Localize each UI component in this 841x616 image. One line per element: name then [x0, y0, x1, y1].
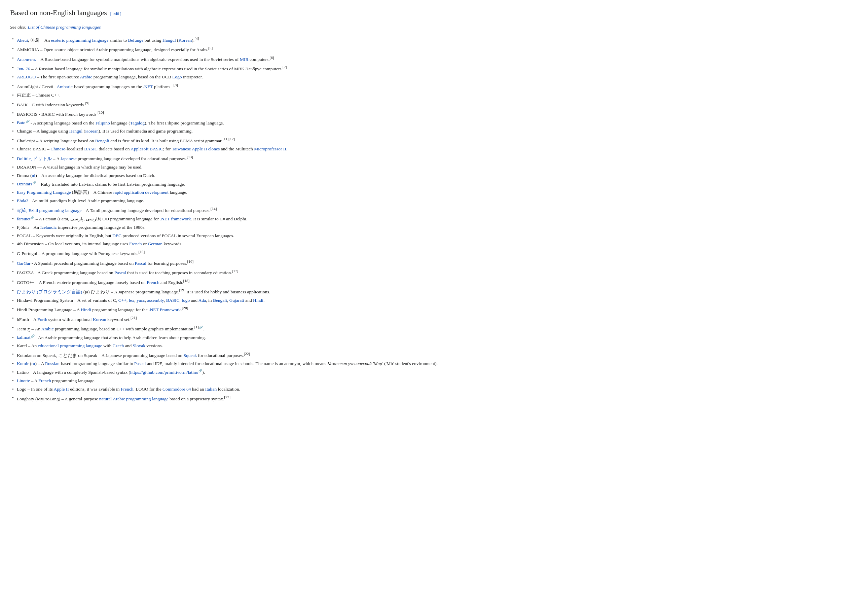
list-item: GOTO++ – A French esoteric programming l… [10, 277, 831, 287]
list-item: BAIK - C with Indonesian keywords [9] [10, 100, 831, 109]
list-item: 4th Dimension – On local versions, its i… [10, 240, 831, 248]
section-heading: Based on non-English languages [ edit ] [10, 7, 831, 20]
list-item: Hindawi Programming System – A set of va… [10, 296, 831, 305]
list-item: Changjo – A language using Hangul (Korea… [10, 127, 831, 136]
see-also-link[interactable]: List of Chinese programming languages [28, 25, 101, 29]
list-item: G-Portugol – A programming language with… [10, 248, 831, 258]
list-item: ひまわり (プログラミング言語) (ja) ひまわり – A Japanese … [10, 287, 831, 296]
list-item: Loughaty (MyProLang) – A general-purpose… [10, 394, 831, 403]
list-item: Аналитик – A Russian-based language for … [10, 54, 831, 64]
list-item: Dolittle, ドリトル – A Japanese programming … [10, 153, 831, 163]
list-item: Aheui; 아희 – An esoteric programming lang… [10, 35, 831, 44]
list-item: Hindi Programming Language – A Hindi pro… [10, 305, 831, 314]
list-item: Fjölnir – An Icelandic imperative progra… [10, 223, 831, 232]
list-item: FOCAL – Keywords were originally in Engl… [10, 232, 831, 240]
list-item: Karel – An educational programming langu… [10, 342, 831, 350]
list-item: BASICOIS - BASIC with French keywords [1… [10, 109, 831, 119]
list-item: kalimat - An Arabic programming language… [10, 333, 831, 342]
list-item: DRAKON — A visual language in which any … [10, 163, 831, 172]
list-item: Dzintars – Ruby translated into Latvian;… [10, 180, 831, 188]
list-item: ChaScript – A scripting language based o… [10, 136, 831, 145]
list-item: Jeem ج – An Arabic programming language,… [10, 324, 831, 333]
see-also: See also: List of Chinese programming la… [10, 23, 831, 31]
list-item: GarGar - A Spanish procedural programmin… [10, 258, 831, 267]
list-item: Kumir (ru) – A Russian-based programming… [10, 359, 831, 368]
list-item: hForth – A Forth system with an optional… [10, 314, 831, 324]
list-item: Ebda3 - An multi-paradigm high-level Ara… [10, 197, 831, 205]
list-item: ΓΛΩΣΣΑ - A Greek programming language ba… [10, 267, 831, 277]
list-item: Drama (nl) – An assembly language for di… [10, 172, 831, 180]
edit-link[interactable]: [ edit ] [110, 11, 122, 17]
list-item: Эль-76 – A Russian-based language for sy… [10, 64, 831, 73]
heading-text: Based on non-English languages [10, 7, 107, 19]
list-item: Linotte – A French programming language. [10, 377, 831, 385]
list-item: Logo – In one of its Apple II editions, … [10, 385, 831, 394]
list-item: Kotodama on Squeak, ことだま on Squeak – A J… [10, 350, 831, 359]
list-item: farsinet – A Persian (Farsi, فارسی ,پارس… [10, 215, 831, 223]
list-item: Latino – A language with a completely Sp… [10, 368, 831, 377]
list-item: Bato - A scripting language based on the… [10, 119, 831, 127]
list-item: 丙正正 – Chinese C++. [10, 91, 831, 100]
list-item: Easy Programming Language (易語言) – A Chin… [10, 188, 831, 197]
list-item: Chinese BASIC – Chinese-localized BASIC … [10, 145, 831, 153]
list-item: ARLOGO – The first open-source Arabic pr… [10, 73, 831, 81]
language-list: Aheui; 아희 – An esoteric programming lang… [10, 35, 831, 403]
list-item: AxumLight / Geez# - Amharic-based progra… [10, 81, 831, 91]
see-also-prefix: See also: [10, 25, 28, 29]
list-item: எழில், Ezhil programming language – A Ta… [10, 205, 831, 215]
list-item: AMMORIA – Open source object oriented Ar… [10, 44, 831, 54]
